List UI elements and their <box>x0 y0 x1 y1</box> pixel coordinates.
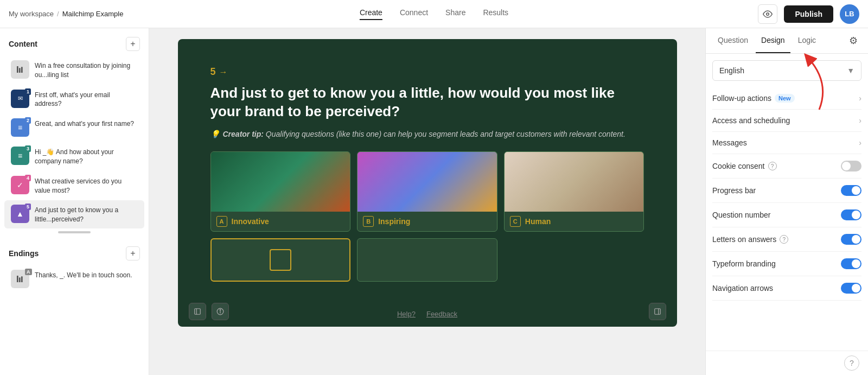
follow-up-label: Follow-up actions New <box>712 94 795 103</box>
tab-question[interactable]: Question <box>712 28 754 53</box>
nav-right: Publish LB <box>758 4 859 24</box>
preview-button[interactable] <box>758 4 777 24</box>
d-icon-placeholder <box>270 249 291 271</box>
question-number-knob <box>852 211 860 219</box>
access-label: Access and scheduling <box>712 116 790 125</box>
scroll-indicator <box>58 231 91 233</box>
settings-row-access[interactable]: Access and scheduling › <box>712 110 861 132</box>
publish-button[interactable]: Publish <box>784 5 833 23</box>
project-name: Mailchimp Example <box>62 10 124 18</box>
avatar[interactable]: LB <box>840 4 859 24</box>
canvas-footer-left <box>189 303 229 320</box>
svg-rect-3 <box>21 67 23 73</box>
accessibility-button[interactable] <box>212 303 229 320</box>
answer-letter-b: B <box>363 216 374 227</box>
tab-results[interactable]: Results <box>483 8 508 20</box>
welcome-icon <box>11 60 29 79</box>
form-canvas: 5 → And just to get to know you a little… <box>178 39 677 327</box>
collapse-sidebar-button[interactable] <box>189 303 206 320</box>
svg-rect-4 <box>17 276 18 282</box>
tab-design[interactable]: Design <box>756 28 790 53</box>
letters-toggle[interactable] <box>841 234 861 245</box>
question-number-label: Question number <box>712 211 770 219</box>
settings-row-cookie[interactable]: Cookie consent ? <box>712 154 861 179</box>
feedback-link[interactable]: Feedback <box>426 310 457 318</box>
settings-row-follow-up[interactable]: Follow-up actions New › <box>712 87 861 110</box>
settings-row-progress[interactable]: Progress bar <box>712 179 861 203</box>
welcome-text: Win a free consultation by joining ou...… <box>35 60 138 80</box>
answer-name-c: Human <box>525 217 551 226</box>
answer-card-c[interactable]: C Human <box>504 151 644 232</box>
settings-row-branding[interactable]: Typeform branding <box>712 252 861 276</box>
q2-number: 2 <box>25 117 31 124</box>
answer-label-a: A Innovative <box>211 212 350 231</box>
panel-footer: ? <box>706 351 868 375</box>
settings-row-messages[interactable]: Messages › <box>712 132 861 154</box>
q3-number: 3 <box>25 145 31 152</box>
tab-share[interactable]: Share <box>445 8 465 20</box>
answer-card-b[interactable]: B Inspiring <box>357 151 497 232</box>
answer-image-b <box>358 152 497 212</box>
sidebar-item-q4[interactable]: ✓ 4 What creative services do you value … <box>4 171 144 200</box>
bottom-answers-row <box>210 238 644 282</box>
canvas-footer-right <box>649 303 666 320</box>
sidebar-item-q3[interactable]: ≡ 3 Hi _👋 And how about your company nam… <box>4 142 144 170</box>
sidebar-item-q1[interactable]: ✉ 1 First off, what's your email address… <box>4 85 144 113</box>
tab-connect[interactable]: Connect <box>400 8 428 20</box>
answer-card-d[interactable] <box>210 238 351 282</box>
help-link[interactable]: Help? <box>397 310 416 318</box>
settings-row-letters[interactable]: Letters on answers ? <box>712 227 861 252</box>
language-selector[interactable]: English ▼ <box>712 60 861 81</box>
canvas-footer-center: Help? Feedback <box>397 310 457 318</box>
progress-toggle[interactable] <box>841 185 861 196</box>
cookie-help-icon[interactable]: ? <box>768 162 777 170</box>
add-content-button[interactable]: + <box>126 37 140 51</box>
q4-text: What creative services do you value most… <box>35 176 138 195</box>
canvas-area: 5 → And just to get to know you a little… <box>149 28 705 375</box>
answer-letter-c: C <box>510 216 521 227</box>
sidebar-item-ending-a[interactable]: A Thanks, _. We'll be in touch soon. <box>4 265 144 293</box>
help-button[interactable]: ? <box>844 355 859 371</box>
right-panel: Question Design Logic ⚙ English ▼ Follow… <box>705 28 868 375</box>
gear-button[interactable]: ⚙ <box>845 33 861 49</box>
tab-logic[interactable]: Logic <box>793 28 821 53</box>
answer-image-c <box>505 152 644 212</box>
branding-toggle-knob <box>852 259 860 268</box>
workspace-link[interactable]: My workspace <box>9 10 54 18</box>
q3-text: Hi _👋 And how about your company name? <box>35 147 138 166</box>
sidebar-item-welcome[interactable]: Win a free consultation by joining ou...… <box>4 56 144 84</box>
svg-rect-7 <box>194 309 200 315</box>
canvas-content: 5 → And just to get to know you a little… <box>178 39 677 298</box>
q1-number: 1 <box>25 88 31 95</box>
letters-help-icon[interactable]: ? <box>780 235 788 244</box>
navigation-label: Navigation arrows <box>712 284 773 293</box>
tab-create[interactable]: Create <box>360 8 382 20</box>
cookie-toggle-knob <box>842 162 851 170</box>
ending-number: A <box>25 269 32 275</box>
answer-card-a[interactable]: A Innovative <box>210 151 351 232</box>
left-sidebar: Content + Win a free consultation by joi… <box>0 28 149 375</box>
creator-tip: 💡 Creator tip: Qualifying questions (lik… <box>210 130 644 138</box>
navigation-toggle-knob <box>852 284 860 293</box>
sidebar-item-q5[interactable]: ▲ 5 And just to get to know you a little… <box>4 200 144 228</box>
letters-toggle-knob <box>852 235 860 244</box>
branding-toggle[interactable] <box>841 258 861 269</box>
question-number-display: 5 <box>210 66 216 78</box>
question-title: And just to get to know you a little, ho… <box>210 84 644 121</box>
language-label: English <box>719 66 744 75</box>
tip-text: Creator tip: Qualifying questions (like … <box>223 130 626 138</box>
cookie-toggle[interactable] <box>841 161 861 171</box>
progress-label: Progress bar <box>712 186 756 195</box>
settings-row-navigation[interactable]: Navigation arrows <box>712 276 861 301</box>
question-arrow: → <box>219 67 228 77</box>
settings-row-question-number[interactable]: Question number <box>712 203 861 227</box>
svg-point-10 <box>220 309 221 310</box>
navigation-toggle[interactable] <box>841 283 861 294</box>
add-ending-button[interactable]: + <box>126 246 140 260</box>
question-number-toggle[interactable] <box>841 209 861 220</box>
answer-card-e[interactable] <box>357 238 497 282</box>
answer-name-b: Inspiring <box>378 217 410 226</box>
ending-text: Thanks, _. We'll be in touch soon. <box>35 270 138 280</box>
next-page-button[interactable] <box>649 303 666 320</box>
sidebar-item-q2[interactable]: ≡ 2 Great, and what's your first name? <box>4 114 144 141</box>
